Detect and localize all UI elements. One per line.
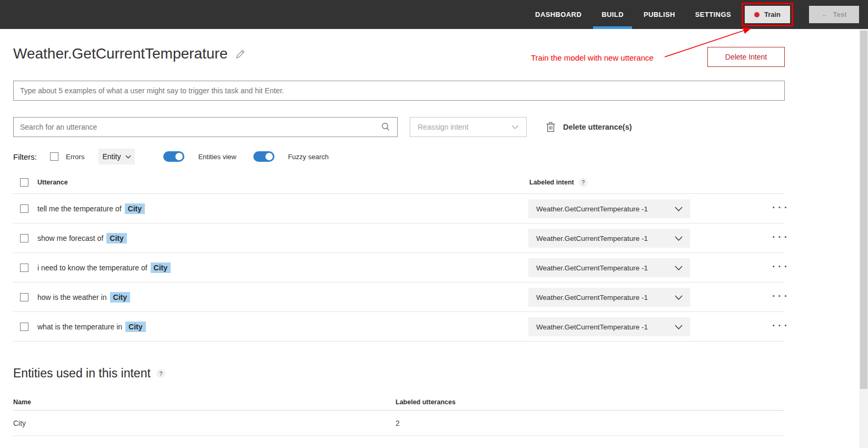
utterance-row: tell me the temperature of City Weather.… [13, 194, 785, 223]
annotation-highlight-box: Train [742, 3, 793, 26]
labeled-intent-column-header: Labeled intent [529, 179, 574, 186]
utterance-table-header: Utterance Labeled intent ? [13, 171, 785, 194]
chevron-down-icon [511, 125, 519, 129]
utterance-row: i need to know the temperature of City W… [13, 253, 785, 283]
utterance-row: what is the temperature in City Weather.… [13, 312, 785, 342]
scrollbar-thumb[interactable] [860, 31, 867, 389]
delete-utterances-action[interactable]: Delete utterance(s) [546, 117, 632, 137]
chevron-down-icon [675, 325, 683, 329]
chevron-down-icon [675, 207, 683, 211]
name-column-header: Name [13, 398, 31, 406]
utterance-text: what is the temperature in [37, 323, 122, 331]
utterance-row: show me forecast of City Weather.GetCurr… [13, 223, 785, 253]
row-checkbox[interactable] [20, 323, 28, 331]
nav-tab-build[interactable]: BUILD [601, 0, 624, 29]
nav-tab-dashboard[interactable]: DASHBOARD [535, 0, 581, 29]
labeled-intent-dropdown[interactable]: Weather.GetCurrentTemperature -1 [528, 258, 690, 277]
reassign-intent-label: Reassign intent [418, 123, 469, 131]
utterance-text: tell me the temperature of [37, 204, 122, 213]
errors-checkbox[interactable] [50, 152, 58, 161]
entity-chip[interactable]: City [151, 262, 171, 273]
entities-view-toggle[interactable] [163, 151, 184, 162]
test-button-label: Test [833, 11, 847, 18]
select-all-checkbox[interactable] [20, 178, 28, 187]
more-options-icon[interactable]: ··· [765, 261, 797, 272]
entity-name[interactable]: City [13, 419, 26, 427]
entity-chip[interactable]: City [110, 292, 130, 303]
labeled-intent-value: Weather.GetCurrentTemperature -1 [536, 235, 648, 242]
labeled-intent-dropdown[interactable]: Weather.GetCurrentTemperature -1 [528, 288, 690, 307]
utterance-search-box [13, 117, 398, 137]
labeled-intent-dropdown[interactable]: Weather.GetCurrentTemperature -1 [528, 317, 690, 336]
help-icon[interactable]: ? [156, 369, 165, 378]
entity-filter-label: Entity [102, 152, 121, 161]
errors-label: Errors [66, 153, 84, 161]
row-checkbox[interactable] [20, 264, 28, 272]
filters-label: Filters: [13, 152, 37, 161]
toggle-knob [265, 153, 273, 160]
labeled-intent-value: Weather.GetCurrentTemperature -1 [536, 323, 648, 331]
help-icon[interactable]: ? [579, 178, 588, 187]
intent-name: Weather.GetCurrentTemperature [13, 45, 228, 62]
test-button[interactable]: ← Test [809, 6, 859, 23]
utterance-column-header: Utterance [37, 179, 68, 186]
delete-utterances-label: Delete utterance(s) [563, 123, 632, 131]
utterance-table: Utterance Labeled intent ? tell me the t… [13, 171, 785, 342]
entity-chip[interactable]: City [106, 233, 126, 244]
entity-row: City 2 [13, 411, 785, 436]
more-options-icon[interactable]: ··· [765, 202, 797, 213]
train-status-dot-icon [754, 12, 760, 17]
entity-filter-dropdown[interactable]: Entity [98, 149, 135, 164]
search-icon[interactable] [380, 122, 391, 132]
row-checkbox[interactable] [20, 293, 28, 301]
page-title: Weather.GetCurrentTemperature [13, 45, 246, 62]
labeled-utterances-column-header: Labeled utterances [396, 398, 456, 406]
chevron-down-icon [675, 266, 683, 270]
row-checkbox[interactable] [20, 204, 28, 213]
more-options-icon[interactable]: ··· [765, 231, 797, 243]
entity-chip[interactable]: City [125, 322, 145, 332]
labeled-intent-dropdown[interactable]: Weather.GetCurrentTemperature -1 [528, 199, 690, 218]
trash-icon [546, 122, 555, 132]
edit-pencil-icon[interactable] [235, 48, 246, 60]
row-checkbox[interactable] [20, 234, 28, 242]
entity-labeled-utterances-count: 2 [396, 419, 400, 427]
utterance-text: how is the weather in [37, 293, 107, 301]
utterance-text: i need to know the temperature of [37, 264, 147, 272]
entities-table: Name Labeled utterances City 2 [13, 394, 785, 436]
annotation-text: Train the model with new utterance [531, 53, 654, 62]
delete-intent-button[interactable]: Delete Intent [707, 47, 785, 67]
entities-view-label: Entities view [198, 153, 236, 161]
nav-tab-settings[interactable]: SETTINGS [695, 0, 731, 29]
entity-chip[interactable]: City [125, 203, 145, 214]
more-options-icon[interactable]: ··· [765, 320, 797, 332]
fuzzy-search-toggle[interactable] [253, 151, 274, 162]
labeled-intent-value: Weather.GetCurrentTemperature -1 [536, 205, 648, 213]
more-options-icon[interactable]: ··· [765, 290, 797, 302]
labeled-intent-value: Weather.GetCurrentTemperature -1 [536, 294, 648, 301]
utterance-text: show me forecast of [37, 234, 103, 242]
train-button-label: Train [764, 11, 781, 18]
filters-bar: Filters: Errors Entity Entities view Fuz… [13, 148, 329, 165]
fuzzy-search-label: Fuzzy search [288, 153, 329, 161]
labeled-intent-dropdown[interactable]: Weather.GetCurrentTemperature -1 [528, 229, 690, 248]
train-button[interactable]: Train [745, 6, 790, 23]
vertical-scrollbar[interactable] [860, 29, 868, 448]
toggle-knob [175, 153, 183, 160]
search-input[interactable] [20, 123, 380, 131]
labeled-intent-value: Weather.GetCurrentTemperature -1 [536, 264, 648, 272]
chevron-down-icon [675, 236, 683, 241]
new-utterance-input[interactable] [13, 81, 785, 101]
top-nav-bar: DASHBOARD BUILD PUBLISH SETTINGS Train ←… [0, 0, 868, 29]
entities-section-title: Entities used in this intent ? [13, 366, 165, 381]
chevron-down-icon [125, 155, 131, 159]
entities-section-title-text: Entities used in this intent [13, 366, 151, 381]
back-arrow-icon: ← [822, 11, 828, 18]
reassign-intent-dropdown[interactable]: Reassign intent [410, 117, 527, 137]
entities-table-header: Name Labeled utterances [13, 394, 785, 411]
utterance-row: how is the weather in City Weather.GetCu… [13, 283, 785, 312]
nav-tab-publish[interactable]: PUBLISH [644, 0, 675, 29]
chevron-down-icon [675, 295, 683, 300]
